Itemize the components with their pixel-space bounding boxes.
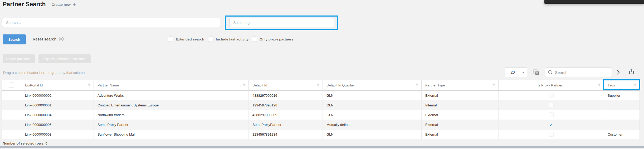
header-ediportal-id[interactable]: EdiPortal Id (21, 80, 94, 90)
reset-circle-x-icon (59, 37, 64, 42)
cell-default-id: 1234567891234 (249, 130, 323, 139)
row-select-cell[interactable] (2, 120, 21, 129)
page-title: Partner Search (3, 1, 46, 8)
filter-icon[interactable] (415, 84, 419, 87)
header-partner-name[interactable]: Partner Name ↑ (94, 80, 249, 90)
page-size-value: 20 (511, 70, 522, 74)
cell-default-id-qualifier: GLN (323, 100, 422, 110)
checkbox-icon: ✓ (208, 37, 213, 42)
search-input[interactable] (2, 18, 221, 27)
filter-icon[interactable] (492, 84, 496, 87)
chevron-down-icon: ▾ (522, 71, 524, 74)
partners-table: EdiPortal Id Partner Name ↑ Default Id D… (2, 80, 640, 139)
chevron-right-icon (616, 69, 620, 75)
header-default-id[interactable]: Default Id (249, 80, 323, 90)
proxy-checkbox-icon: ✓ (549, 93, 554, 98)
table-row[interactable]: Link-0000000001 Contoso Entertainment Sy… (2, 100, 640, 110)
proxy-checkbox-icon: ✓ (549, 103, 554, 107)
header-tags[interactable]: Tags (604, 80, 640, 90)
sort-ascending-icon: ↑ (240, 83, 242, 87)
export-selected-partners-button[interactable]: Export Selected Partners (38, 54, 91, 63)
proxy-checkbox-icon: ✓ (549, 122, 554, 127)
filter-icon[interactable] (87, 84, 91, 87)
extended-search-label: Extended search (176, 37, 204, 41)
select-all-checkbox[interactable] (9, 83, 14, 88)
cell-ediportal-id: Link-0000000002 (21, 91, 94, 100)
column-chooser-button[interactable] (533, 69, 540, 76)
show-partners-button[interactable]: Show partners (3, 54, 35, 63)
cell-is-proxy: ✓ (499, 100, 604, 110)
cell-partner-name: Adventure Works (94, 91, 249, 100)
cell-default-id-qualifier: Mutually defined (323, 120, 422, 129)
header-partner-type[interactable]: Partner Type (422, 80, 499, 90)
cell-partner-type: External (422, 120, 499, 129)
cell-partner-name: Sunflower Shopping Mall (94, 130, 249, 139)
cell-tags (604, 110, 640, 120)
cell-partner-type: External (422, 91, 499, 100)
table-row[interactable]: Link-0000000005 Some Proxy Partner SomeP… (2, 120, 640, 130)
table-row[interactable]: Link-0000000002 Adventure Works 43882970… (2, 91, 640, 100)
cell-partner-name: Northwind traders (94, 110, 249, 120)
filter-icon[interactable] (633, 84, 637, 87)
cell-tags (604, 100, 640, 110)
cell-ediportal-id: Link-0000000004 (21, 110, 94, 120)
header-select-all-cell[interactable] (2, 80, 21, 90)
export-button[interactable] (628, 68, 635, 76)
page-size-select[interactable]: 20 ▾ (505, 68, 527, 77)
row-select-cell[interactable] (2, 110, 21, 120)
header-is-proxy-partner[interactable]: Is Proxy Partner (499, 80, 604, 90)
filter-icon[interactable] (242, 84, 246, 87)
extended-search-checkbox[interactable]: ✓ Extended search (168, 37, 204, 42)
proxy-checkbox-icon: ✓ (549, 132, 554, 137)
cell-ediportal-id: Link-0000000001 (21, 100, 94, 110)
create-new-button[interactable]: Create new + (52, 3, 76, 7)
row-select-cell[interactable] (2, 130, 21, 139)
proxy-checkbox-icon: ✓ (549, 112, 554, 117)
only-proxy-partners-checkbox[interactable]: ✓ Only proxy partners (252, 37, 293, 42)
expand-panel-button[interactable] (616, 69, 620, 76)
filter-icon[interactable] (598, 84, 601, 87)
cell-default-id: 4388297000016 (249, 91, 323, 100)
plus-icon: + (73, 3, 76, 7)
search-icon (548, 70, 553, 75)
cell-tags: Supplier (604, 91, 640, 100)
row-select-cell[interactable] (2, 100, 21, 110)
include-last-activity-label: Include last activity (216, 37, 249, 41)
cell-partner-type: External (422, 110, 499, 120)
cell-default-id-qualifier: GLN (323, 130, 422, 139)
dark-overlay-bar (544, 0, 644, 4)
cell-ediportal-id: Link-0000000003 (21, 130, 94, 139)
cell-ediportal-id: Link-0000000005 (21, 120, 94, 129)
cell-partner-name: Contoso Entertainment Systems Europe (94, 100, 249, 110)
group-by-hint: Drag a column header here to group by th… (3, 71, 85, 75)
cell-default-id-qualifier: GLN (323, 91, 422, 100)
partner-search-page: Partner Search Create new + Search Reset… (0, 0, 644, 149)
export-icon (628, 68, 635, 75)
column-chooser-icon (533, 69, 540, 76)
grid-search-input[interactable] (555, 70, 609, 75)
include-last-activity-checkbox[interactable]: ✓ Include last activity (208, 37, 249, 42)
row-select-cell[interactable] (2, 91, 21, 100)
table-row[interactable]: Link-0000000003 Sunflower Shopping Mall … (2, 130, 640, 139)
cell-is-proxy: ✓ (499, 91, 604, 100)
filter-icon[interactable] (316, 84, 320, 87)
horizontal-scrollbar[interactable] (0, 146, 644, 148)
cell-partner-type: Internal (422, 100, 499, 110)
grid-search-box[interactable] (545, 68, 612, 77)
search-button[interactable]: Search (3, 34, 26, 44)
create-new-label: Create new (52, 3, 71, 7)
selected-rows-status: Number of selected rows: 0 (3, 141, 47, 145)
cell-is-proxy: ✓ (499, 130, 604, 139)
cell-default-id: 1234567890128 (249, 100, 323, 110)
cell-is-proxy: ✓ (499, 110, 604, 120)
select-tags-input[interactable] (229, 18, 334, 27)
cell-partner-name: Some Proxy Partner (94, 120, 249, 129)
table-row[interactable]: Link-0000000004 Northwind traders 438829… (2, 110, 640, 120)
cell-default-id: SomeProxyPartner (249, 120, 323, 129)
header-default-id-qualifier[interactable]: Default Id Qualifier (323, 80, 422, 90)
checkbox-icon: ✓ (168, 37, 173, 42)
cell-partner-type: External (422, 130, 499, 139)
cell-is-proxy: ✓ (499, 120, 604, 129)
reset-search-button[interactable]: Reset search (33, 37, 64, 42)
only-proxy-partners-label: Only proxy partners (260, 37, 293, 41)
